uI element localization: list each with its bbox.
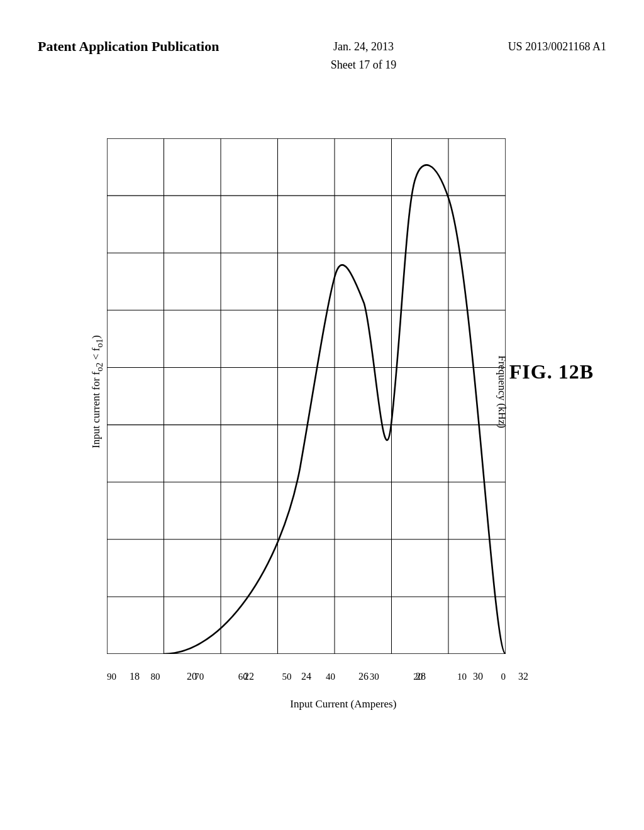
tick-90: 90 — [107, 672, 116, 682]
chart-container: 18 20 22 24 26 28 30 32 — [107, 138, 506, 654]
date: Jan. 24, 2013 — [333, 40, 394, 53]
tick-40: 40 — [326, 672, 335, 682]
header: Patent Application Publication Jan. 24, … — [0, 38, 644, 74]
tick-20: 20 — [413, 672, 423, 682]
tick-0: 0 — [501, 672, 506, 682]
tick-30: 30 — [370, 672, 379, 682]
y-axis-left-label: Input current for fo2 < fo1) — [90, 335, 104, 448]
tick-10: 10 — [457, 672, 467, 682]
patent-number: US 2013/0021168 A1 — [508, 38, 606, 56]
svg-rect-0 — [107, 138, 506, 654]
tick-60: 60 — [238, 672, 248, 682]
publication-label: Patent Application Publication — [38, 38, 219, 56]
sheet-info: Sheet 17 of 19 — [331, 58, 396, 71]
chart-area: Input current for fo2 < fo1) Frequency (… — [38, 126, 606, 717]
tick-80: 80 — [151, 672, 160, 682]
chart-svg — [107, 138, 506, 654]
bottom-tick-labels: 90 80 70 60 50 40 30 20 10 0 — [107, 672, 506, 682]
figure-label: FIG. 12B — [509, 360, 594, 384]
tick-70: 70 — [194, 672, 204, 682]
tick-50: 50 — [282, 672, 291, 682]
header-center: Jan. 24, 2013 Sheet 17 of 19 — [331, 38, 396, 74]
x-axis-label: Input Current (Amperes) — [290, 698, 396, 711]
